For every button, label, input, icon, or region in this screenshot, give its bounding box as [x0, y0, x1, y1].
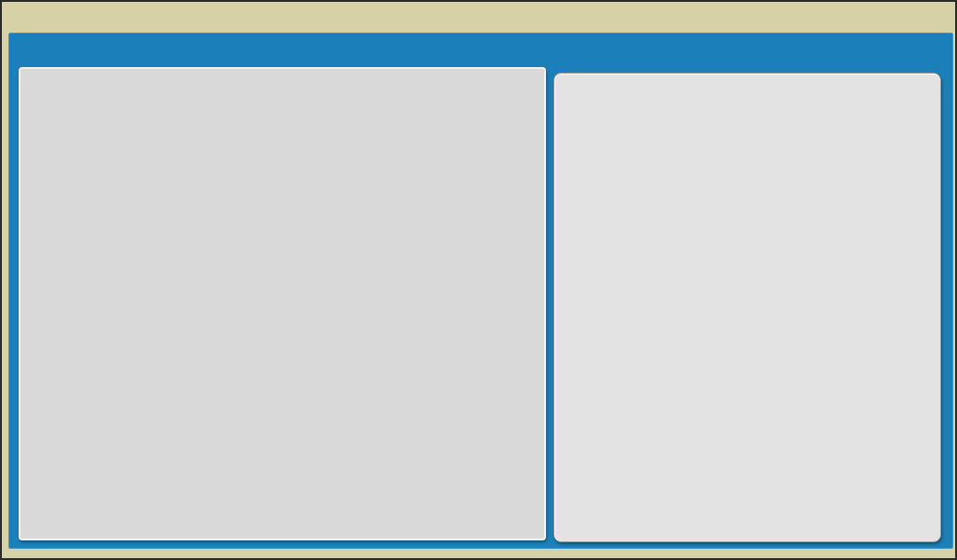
- app-window: [0, 0, 957, 560]
- controls-panel: [554, 73, 941, 542]
- plots-panel: [19, 67, 546, 540]
